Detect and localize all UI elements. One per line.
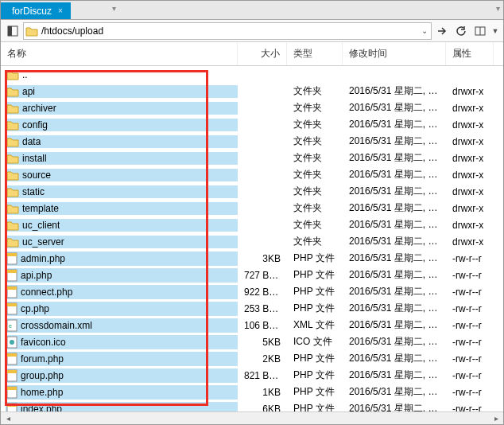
svg-rect-7 — [7, 270, 17, 273]
file-row[interactable]: api.php727 BytesPHP 文件2016/5/31 星期二, 11:… — [1, 267, 503, 283]
horizontal-scrollbar[interactable]: ◂ ▸ — [1, 411, 503, 424]
col-header-date[interactable]: 修改时间 — [343, 42, 446, 65]
file-icon — [6, 252, 17, 265]
col-header-name[interactable]: 名称 — [1, 42, 238, 65]
svg-text:e: e — [9, 323, 12, 329]
file-row[interactable]: uc_client文件夹2016/5/31 星期二, 11:...drwxr-x — [1, 216, 503, 233]
file-attr: drwxr-x — [446, 170, 494, 181]
col-header-type[interactable]: 类型 — [287, 42, 343, 65]
file-row[interactable]: cp.php253 BytesPHP 文件2016/5/31 星期二, 11:.… — [1, 300, 503, 317]
toggle-pane-button[interactable] — [4, 22, 21, 40]
file-attr: drwxr-x — [446, 153, 494, 164]
path-dropdown-icon[interactable]: ⌄ — [420, 26, 429, 35]
file-row[interactable]: connect.php922 BytesPHP 文件2016/5/31 星期二,… — [1, 283, 503, 300]
file-date: 2016/5/31 星期二, 11:... — [343, 218, 446, 232]
tab-overflow-icon[interactable]: ▾ — [496, 4, 500, 13]
scroll-thumb[interactable] — [14, 413, 490, 424]
svg-rect-5 — [7, 253, 17, 256]
folder-icon — [6, 170, 19, 181]
file-type: 文件夹 — [287, 168, 343, 181]
file-attr: -rw-r--r — [446, 270, 494, 281]
file-name: data — [22, 136, 41, 147]
file-row[interactable]: static文件夹2016/5/31 星期二, 11:...drwxr-x — [1, 183, 503, 200]
file-type: XML 文件 — [287, 318, 343, 332]
folder-icon — [6, 86, 19, 97]
view-dropdown-icon[interactable]: ▼ — [490, 22, 500, 40]
file-icon: e — [6, 319, 17, 332]
tab-dropdown-icon[interactable]: ▾ — [112, 4, 116, 13]
file-name: template — [22, 203, 59, 214]
file-attr: drwxr-x — [446, 103, 494, 114]
col-header-attr[interactable]: 属性 — [446, 42, 494, 65]
file-icon — [6, 269, 17, 282]
tab-fordiscuz[interactable]: forDiscuz × — [1, 2, 71, 19]
file-attr: -rw-r--r — [446, 387, 494, 398]
toolbar: ⌄ ▼ — [1, 20, 503, 42]
col-header-size[interactable]: 大小 — [238, 42, 287, 65]
scroll-left-icon[interactable]: ◂ — [2, 414, 14, 423]
file-row[interactable]: install文件夹2016/5/31 星期二, 11:...drwxr-x — [1, 150, 503, 166]
column-headers: 名称 大小 类型 修改时间 属性 — [1, 42, 503, 66]
file-icon — [6, 369, 17, 382]
file-name: favicon.ico — [21, 337, 66, 348]
tab-close-icon[interactable]: × — [58, 6, 63, 15]
file-type: PHP 文件 — [287, 251, 343, 265]
svg-rect-17 — [7, 353, 17, 357]
file-attr: -rw-r--r — [446, 253, 494, 264]
file-icon — [6, 302, 17, 315]
file-name: archiver — [22, 103, 56, 114]
file-type: 文件夹 — [287, 135, 343, 148]
file-list: ..api文件夹2016/5/31 星期二, 11:...drwxr-xarch… — [1, 66, 503, 411]
file-icon — [6, 286, 17, 298]
path-input[interactable] — [41, 24, 420, 38]
refresh-button[interactable] — [452, 22, 470, 40]
file-row[interactable]: group.php821 BytesPHP 文件2016/5/31 星期二, 1… — [1, 367, 503, 384]
file-attr: drwxr-x — [446, 203, 494, 214]
file-row[interactable]: admin.php3KBPHP 文件2016/5/31 星期二, 11:...-… — [1, 250, 503, 267]
file-row[interactable]: data文件夹2016/5/31 星期二, 11:...drwxr-x — [1, 133, 503, 150]
file-row[interactable]: index.php6KBPHP 文件2016/5/31 星期二, 11:...-… — [1, 400, 503, 411]
file-type: PHP 文件 — [287, 368, 343, 382]
scroll-right-icon[interactable]: ▸ — [490, 414, 502, 423]
file-row[interactable]: template文件夹2016/5/31 星期二, 11:...drwxr-x — [1, 200, 503, 216]
file-row[interactable]: config文件夹2016/5/31 星期二, 11:...drwxr-x — [1, 116, 503, 133]
folder-icon — [6, 203, 19, 214]
folder-icon — [6, 103, 19, 114]
svg-rect-9 — [7, 287, 17, 290]
file-size: 2KB — [238, 353, 287, 365]
file-list-area: ..api文件夹2016/5/31 星期二, 11:...drwxr-xarch… — [1, 66, 503, 411]
file-date: 2016/5/31 星期二, 11:... — [343, 101, 446, 115]
file-row[interactable]: favicon.ico5KBICO 文件2016/5/31 星期二, 11:..… — [1, 333, 503, 350]
file-row[interactable]: archiver文件夹2016/5/31 星期二, 11:...drwxr-x — [1, 99, 503, 116]
file-row[interactable]: forum.php2KBPHP 文件2016/5/31 星期二, 11:...-… — [1, 350, 503, 367]
file-row[interactable]: ecrossdomain.xml106 BytesXML 文件2016/5/31… — [1, 317, 503, 333]
file-name: admin.php — [21, 253, 65, 264]
file-name: .. — [22, 69, 28, 80]
file-date: 2016/5/31 星期二, 11:... — [343, 335, 446, 349]
file-size: 727 Bytes — [238, 270, 287, 281]
tab-title: forDiscuz — [12, 6, 52, 17]
file-row[interactable]: .. — [1, 66, 503, 83]
file-type: 文件夹 — [287, 84, 343, 98]
file-date: 2016/5/31 星期二, 11:... — [343, 385, 446, 399]
file-name: forum.php — [21, 353, 64, 365]
file-size: 106 Bytes — [238, 320, 287, 331]
file-type: 文件夹 — [287, 101, 343, 115]
file-row[interactable]: home.php1KBPHP 文件2016/5/31 星期二, 11:...-r… — [1, 384, 503, 400]
view-button[interactable] — [471, 22, 489, 40]
file-size: 253 Bytes — [238, 303, 287, 314]
file-attr: -rw-r--r — [446, 337, 494, 348]
file-attr: drwxr-x — [446, 186, 494, 197]
go-button[interactable] — [433, 22, 451, 40]
file-date: 2016/5/31 星期二, 11:... — [343, 318, 446, 332]
file-name: static — [22, 186, 45, 197]
file-type: 文件夹 — [287, 185, 343, 198]
file-date: 2016/5/31 星期二, 11:... — [343, 168, 446, 181]
path-bar[interactable]: ⌄ — [23, 22, 432, 40]
file-row[interactable]: api文件夹2016/5/31 星期二, 11:...drwxr-x — [1, 83, 503, 99]
file-row[interactable]: source文件夹2016/5/31 星期二, 11:...drwxr-x — [1, 166, 503, 183]
folder-icon — [6, 136, 19, 147]
file-name: connect.php — [21, 287, 72, 298]
file-row[interactable]: uc_server文件夹2016/5/31 星期二, 11:...drwxr-x — [1, 233, 503, 250]
svg-rect-21 — [7, 387, 17, 390]
